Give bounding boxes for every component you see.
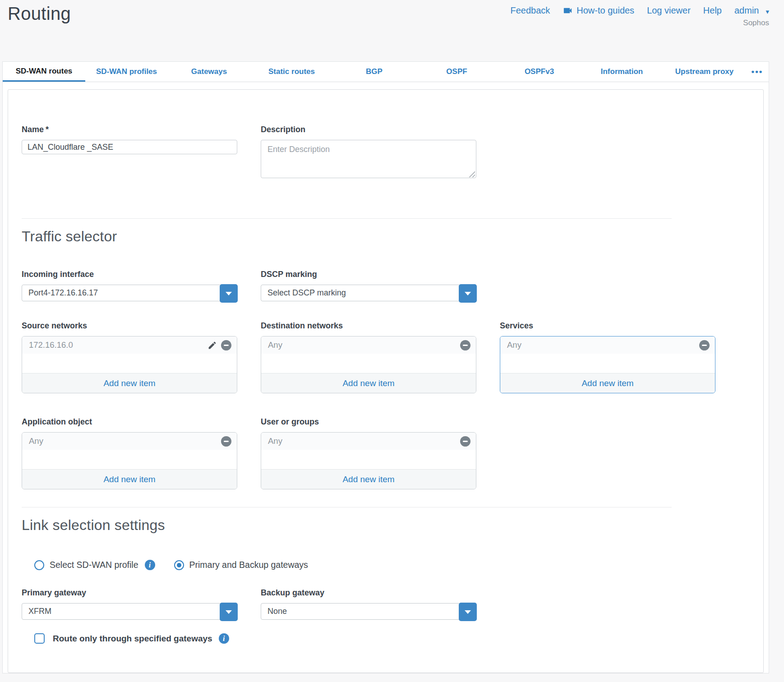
tab-upstream-proxy[interactable]: Upstream proxy <box>663 62 746 82</box>
list-item-text: Any <box>268 436 282 446</box>
tab-bgp[interactable]: BGP <box>333 62 415 82</box>
services-listbox: Any Add new item <box>500 336 715 393</box>
tab-sdwan-profiles[interactable]: SD-WAN profiles <box>85 62 168 82</box>
list-empty-area <box>261 450 476 469</box>
description-field-wrap <box>261 140 476 180</box>
list-empty-area <box>22 450 237 469</box>
dropdown-arrow-icon[interactable] <box>220 603 238 621</box>
backup-gateway-label: Backup gateway <box>261 588 476 598</box>
incoming-interface-value: Port4-172.16.16.17 <box>28 288 98 298</box>
minus-bar <box>702 345 707 346</box>
application-object-listbox: Any Add new item <box>22 432 237 489</box>
radio-primary-backup-gateways[interactable]: Primary and Backup gateways <box>174 560 308 570</box>
tab-static-routes[interactable]: Static routes <box>250 62 333 82</box>
route-only-checkbox[interactable] <box>34 633 45 644</box>
list-item-text: Any <box>268 340 282 350</box>
radio-icon-checked[interactable] <box>174 560 184 570</box>
list-item-actions <box>460 340 470 350</box>
description-input[interactable] <box>261 140 476 178</box>
log-viewer-link[interactable]: Log viewer <box>647 5 691 16</box>
help-link[interactable]: Help <box>703 5 722 16</box>
tab-information[interactable]: Information <box>581 62 663 82</box>
add-new-item-label: Add new item <box>342 475 394 484</box>
admin-label: admin <box>734 5 759 16</box>
remove-icon[interactable] <box>460 436 470 447</box>
primary-gateway-select[interactable]: XFRM <box>22 603 237 620</box>
user-or-groups-label: User or groups <box>261 417 476 427</box>
list-item-actions <box>208 340 231 350</box>
tab-ospfv3[interactable]: OSPFv3 <box>498 62 581 82</box>
name-input[interactable] <box>22 140 237 154</box>
remove-icon[interactable] <box>221 340 231 350</box>
primary-gateway-value: XFRM <box>28 607 51 616</box>
radio-select-sdwan-profile[interactable]: Select SD-WAN profile <box>34 560 138 570</box>
help-label: Help <box>703 5 722 16</box>
dropdown-arrow-icon[interactable] <box>459 603 477 621</box>
remove-icon[interactable] <box>699 340 710 350</box>
backup-gateway-select[interactable]: None <box>261 603 476 620</box>
dropdown-arrow-icon[interactable] <box>220 284 238 303</box>
remove-icon[interactable] <box>221 436 231 447</box>
link-selection-radio-group: Select SD-WAN profile i Primary and Back… <box>22 560 750 570</box>
section-divider <box>22 218 672 219</box>
source-networks-listbox: 172.16.16.0 Add new item <box>22 336 237 393</box>
feedback-link-label: Feedback <box>510 5 550 16</box>
list-item: Any <box>22 433 237 450</box>
minus-bar <box>224 441 229 442</box>
radio-primary-backup-label: Primary and Backup gateways <box>189 560 308 570</box>
list-item: Any <box>261 336 476 354</box>
list-item: Any <box>500 336 715 354</box>
dscp-marking-value: Select DSCP marking <box>267 288 346 298</box>
list-item: Any <box>261 433 476 450</box>
tab-ospf[interactable]: OSPF <box>415 62 498 82</box>
tab-sdwan-routes[interactable]: SD-WAN routes <box>3 62 85 82</box>
list-item: 172.16.16.0 <box>22 336 237 354</box>
admin-menu[interactable]: admin ▾ <box>734 5 769 16</box>
source-networks-label: Source networks <box>22 321 237 331</box>
list-empty-area <box>261 354 476 373</box>
route-only-row: Route only through specified gateways i <box>22 633 750 644</box>
add-new-item-label: Add new item <box>103 378 155 388</box>
application-object-label: Application object <box>22 417 237 427</box>
header-links: Feedback How-to guides Log viewer Help a… <box>510 5 769 28</box>
minus-bar <box>463 345 468 346</box>
dropdown-arrow-icon[interactable] <box>459 284 477 303</box>
dscp-marking-select[interactable]: Select DSCP marking <box>261 285 476 301</box>
feedback-link[interactable]: Feedback <box>510 5 550 16</box>
page-title: Routing <box>8 4 71 24</box>
list-item-actions <box>699 340 710 350</box>
radio-select-sdwan-profile-label: Select SD-WAN profile <box>50 560 138 570</box>
services-label: Services <box>500 321 715 331</box>
list-item-text: Any <box>507 340 521 350</box>
add-new-item-label: Add new item <box>581 378 633 388</box>
add-new-item-button[interactable]: Add new item <box>22 373 237 393</box>
log-viewer-label: Log viewer <box>647 5 691 16</box>
dscp-marking-label: DSCP marking <box>261 270 476 279</box>
list-item-text: 172.16.16.0 <box>29 340 73 350</box>
video-camera-icon <box>563 5 573 16</box>
edit-icon[interactable] <box>208 341 217 350</box>
caret-shape <box>465 292 471 295</box>
add-new-item-button[interactable]: Add new item <box>22 469 237 489</box>
traffic-selector-heading: Traffic selector <box>22 227 750 246</box>
tabs-overflow-button[interactable]: ••• <box>746 62 769 82</box>
remove-icon[interactable] <box>460 340 470 350</box>
tab-gateways[interactable]: Gateways <box>168 62 250 82</box>
how-to-guides-link[interactable]: How-to guides <box>563 5 634 16</box>
route-editor-card: Name* Description Traffic selector Incom… <box>8 89 764 673</box>
how-to-guides-label: How-to guides <box>576 5 634 16</box>
minus-bar <box>463 441 468 442</box>
route-only-label: Route only through specified gateways <box>53 634 212 644</box>
info-icon[interactable]: i <box>219 633 229 644</box>
primary-gateway-label: Primary gateway <box>22 588 237 598</box>
section-divider <box>22 507 672 507</box>
add-new-item-button[interactable]: Add new item <box>261 469 476 489</box>
radio-icon[interactable] <box>34 560 44 570</box>
incoming-interface-label: Incoming interface <box>22 270 237 279</box>
caret-shape <box>226 292 232 295</box>
add-new-item-button[interactable]: Add new item <box>261 373 476 393</box>
info-icon[interactable]: i <box>145 560 155 570</box>
incoming-interface-select[interactable]: Port4-172.16.16.17 <box>22 285 237 301</box>
add-new-item-button[interactable]: Add new item <box>500 373 715 393</box>
caret-down-icon: ▾ <box>766 8 769 15</box>
